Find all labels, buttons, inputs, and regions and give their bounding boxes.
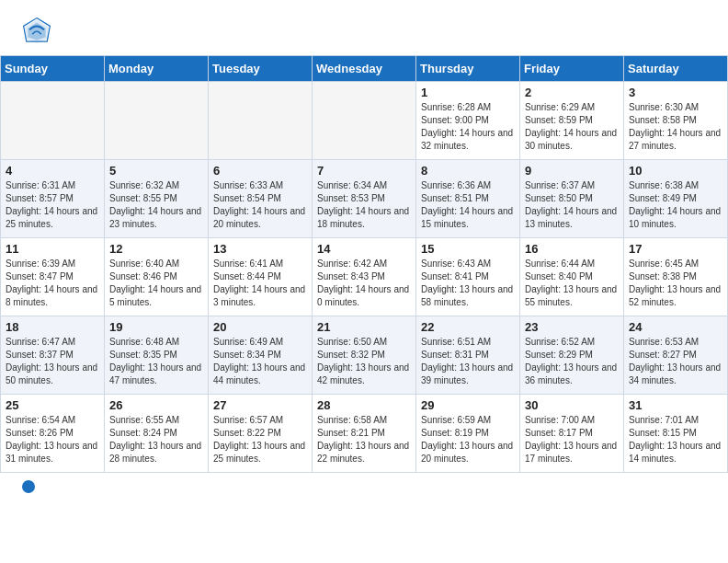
day-detail: Sunrise: 6:36 AM Sunset: 8:51 PM Dayligh…: [421, 179, 515, 231]
calendar-cell: 17Sunrise: 6:45 AM Sunset: 8:38 PM Dayli…: [624, 238, 728, 316]
weekday-header: Friday: [520, 56, 624, 82]
day-detail: Sunrise: 6:51 AM Sunset: 8:31 PM Dayligh…: [421, 336, 515, 387]
calendar-week-row: 4Sunrise: 6:31 AM Sunset: 8:57 PM Daylig…: [1, 160, 728, 238]
day-detail: Sunrise: 6:37 AM Sunset: 8:50 PM Dayligh…: [525, 179, 619, 231]
day-number: 8: [421, 164, 515, 178]
weekday-header: Tuesday: [209, 56, 313, 82]
day-detail: Sunrise: 6:38 AM Sunset: 8:49 PM Dayligh…: [629, 179, 722, 231]
day-detail: Sunrise: 6:45 AM Sunset: 8:38 PM Dayligh…: [629, 258, 722, 309]
calendar-cell: 24Sunrise: 6:53 AM Sunset: 8:27 PM Dayli…: [624, 316, 728, 395]
day-detail: Sunrise: 6:52 AM Sunset: 8:29 PM Dayligh…: [525, 336, 619, 387]
day-detail: Sunrise: 6:54 AM Sunset: 8:26 PM Dayligh…: [6, 414, 99, 465]
day-detail: Sunrise: 6:41 AM Sunset: 8:44 PM Dayligh…: [213, 258, 307, 309]
calendar-cell: 21Sunrise: 6:50 AM Sunset: 8:32 PM Dayli…: [313, 316, 416, 395]
logo: [22, 17, 55, 46]
day-number: 9: [525, 164, 619, 178]
calendar-week-row: 1Sunrise: 6:28 AM Sunset: 9:00 PM Daylig…: [1, 82, 728, 160]
day-number: 19: [109, 320, 203, 334]
day-detail: Sunrise: 6:47 AM Sunset: 8:37 PM Dayligh…: [6, 336, 99, 387]
day-number: 3: [629, 86, 722, 99]
calendar-cell: 23Sunrise: 6:52 AM Sunset: 8:29 PM Dayli…: [520, 316, 624, 395]
calendar-cell: 27Sunrise: 6:57 AM Sunset: 8:22 PM Dayli…: [209, 395, 313, 473]
day-detail: Sunrise: 6:59 AM Sunset: 8:19 PM Dayligh…: [421, 414, 515, 465]
weekday-header: Wednesday: [313, 56, 416, 82]
calendar-cell: 8Sunrise: 6:36 AM Sunset: 8:51 PM Daylig…: [416, 160, 520, 238]
day-detail: Sunrise: 6:43 AM Sunset: 8:41 PM Dayligh…: [421, 258, 515, 309]
calendar-cell: 5Sunrise: 6:32 AM Sunset: 8:55 PM Daylig…: [105, 160, 209, 238]
calendar-cell: 20Sunrise: 6:49 AM Sunset: 8:34 PM Dayli…: [209, 316, 313, 395]
calendar-cell: 15Sunrise: 6:43 AM Sunset: 8:41 PM Dayli…: [416, 238, 520, 316]
day-number: 21: [317, 320, 411, 334]
calendar-cell: 9Sunrise: 6:37 AM Sunset: 8:50 PM Daylig…: [520, 160, 624, 238]
calendar-cell: 11Sunrise: 6:39 AM Sunset: 8:47 PM Dayli…: [1, 238, 105, 316]
calendar-cell: 7Sunrise: 6:34 AM Sunset: 8:53 PM Daylig…: [313, 160, 416, 238]
calendar-cell: 28Sunrise: 6:58 AM Sunset: 8:21 PM Dayli…: [313, 395, 416, 473]
day-detail: Sunrise: 6:29 AM Sunset: 8:59 PM Dayligh…: [525, 101, 619, 153]
day-number: 16: [525, 242, 619, 256]
day-number: 30: [525, 398, 619, 412]
day-number: 12: [109, 242, 203, 256]
calendar-week-row: 18Sunrise: 6:47 AM Sunset: 8:37 PM Dayli…: [1, 316, 728, 395]
day-number: 10: [629, 164, 722, 178]
day-number: 20: [213, 320, 307, 334]
day-number: 27: [213, 398, 307, 412]
day-detail: Sunrise: 6:58 AM Sunset: 8:21 PM Dayligh…: [317, 414, 411, 465]
day-number: 24: [629, 320, 722, 334]
calendar-cell: [105, 82, 209, 160]
day-detail: Sunrise: 6:42 AM Sunset: 8:43 PM Dayligh…: [317, 258, 411, 309]
day-number: 28: [317, 398, 411, 412]
day-detail: Sunrise: 6:48 AM Sunset: 8:35 PM Dayligh…: [109, 336, 203, 387]
day-number: 22: [421, 320, 515, 334]
calendar-cell: 10Sunrise: 6:38 AM Sunset: 8:49 PM Dayli…: [624, 160, 728, 238]
day-detail: Sunrise: 6:55 AM Sunset: 8:24 PM Dayligh…: [109, 414, 203, 465]
calendar-table: SundayMondayTuesdayWednesdayThursdayFrid…: [0, 55, 728, 473]
calendar-cell: [313, 82, 416, 160]
calendar-cell: 3Sunrise: 6:30 AM Sunset: 8:58 PM Daylig…: [624, 82, 728, 160]
day-detail: Sunrise: 7:00 AM Sunset: 8:17 PM Dayligh…: [525, 414, 619, 465]
calendar-cell: 16Sunrise: 6:44 AM Sunset: 8:40 PM Dayli…: [520, 238, 624, 316]
calendar-cell: 13Sunrise: 6:41 AM Sunset: 8:44 PM Dayli…: [209, 238, 313, 316]
day-number: 6: [213, 164, 307, 178]
day-number: 17: [629, 242, 722, 256]
calendar-cell: [1, 82, 105, 160]
calendar-cell: 14Sunrise: 6:42 AM Sunset: 8:43 PM Dayli…: [313, 238, 416, 316]
calendar-cell: 22Sunrise: 6:51 AM Sunset: 8:31 PM Dayli…: [416, 316, 520, 395]
day-number: 14: [317, 242, 411, 256]
calendar-cell: 12Sunrise: 6:40 AM Sunset: 8:46 PM Dayli…: [105, 238, 209, 316]
weekday-header: Saturday: [624, 56, 728, 82]
day-detail: Sunrise: 6:44 AM Sunset: 8:40 PM Dayligh…: [525, 258, 619, 309]
calendar-cell: 4Sunrise: 6:31 AM Sunset: 8:57 PM Daylig…: [1, 160, 105, 238]
day-number: 29: [421, 398, 515, 412]
calendar-cell: 1Sunrise: 6:28 AM Sunset: 9:00 PM Daylig…: [416, 82, 520, 160]
day-detail: Sunrise: 6:49 AM Sunset: 8:34 PM Dayligh…: [213, 336, 307, 387]
day-detail: Sunrise: 6:33 AM Sunset: 8:54 PM Dayligh…: [213, 179, 307, 231]
day-detail: Sunrise: 6:53 AM Sunset: 8:27 PM Dayligh…: [629, 336, 722, 387]
day-number: 31: [629, 398, 722, 412]
day-detail: Sunrise: 6:31 AM Sunset: 8:57 PM Dayligh…: [6, 179, 99, 231]
day-number: 5: [109, 164, 203, 178]
calendar-cell: 30Sunrise: 7:00 AM Sunset: 8:17 PM Dayli…: [520, 395, 624, 473]
calendar-cell: 6Sunrise: 6:33 AM Sunset: 8:54 PM Daylig…: [209, 160, 313, 238]
footer: [0, 473, 728, 500]
day-number: 2: [525, 86, 619, 99]
calendar-cell: 29Sunrise: 6:59 AM Sunset: 8:19 PM Dayli…: [416, 395, 520, 473]
day-number: 18: [6, 320, 99, 334]
day-number: 23: [525, 320, 619, 334]
calendar-cell: [209, 82, 313, 160]
day-number: 11: [6, 242, 99, 256]
calendar-cell: 19Sunrise: 6:48 AM Sunset: 8:35 PM Dayli…: [105, 316, 209, 395]
calendar-cell: 31Sunrise: 7:01 AM Sunset: 8:15 PM Dayli…: [624, 395, 728, 473]
daylight-dot: [22, 480, 35, 493]
day-detail: Sunrise: 6:32 AM Sunset: 8:55 PM Dayligh…: [109, 179, 203, 231]
day-number: 1: [421, 86, 515, 99]
calendar-cell: 2Sunrise: 6:29 AM Sunset: 8:59 PM Daylig…: [520, 82, 624, 160]
day-detail: Sunrise: 6:40 AM Sunset: 8:46 PM Dayligh…: [109, 258, 203, 309]
calendar-week-row: 11Sunrise: 6:39 AM Sunset: 8:47 PM Dayli…: [1, 238, 728, 316]
page-header: [0, 0, 728, 55]
calendar-week-row: 25Sunrise: 6:54 AM Sunset: 8:26 PM Dayli…: [1, 395, 728, 473]
day-number: 13: [213, 242, 307, 256]
day-detail: Sunrise: 6:57 AM Sunset: 8:22 PM Dayligh…: [213, 414, 307, 465]
weekday-header: Monday: [105, 56, 209, 82]
day-detail: Sunrise: 6:39 AM Sunset: 8:47 PM Dayligh…: [6, 258, 99, 309]
weekday-header: Sunday: [1, 56, 105, 82]
